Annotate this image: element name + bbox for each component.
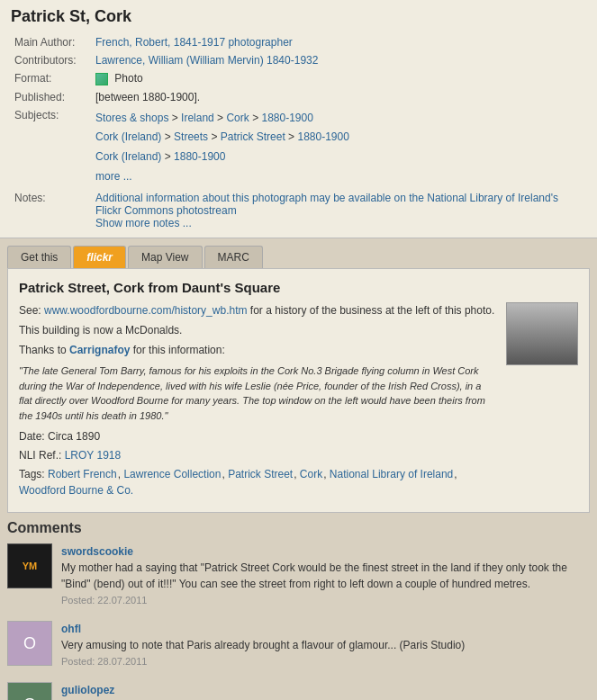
date-value: Circa 1890 [48, 430, 100, 443]
see-label: See: [19, 304, 44, 317]
content-text: See: www.woodfordbourne.com/history_wb.h… [19, 302, 497, 501]
thanks-prefix: Thanks to [19, 344, 69, 356]
italic-block: "The late General Tom Barry, famous for … [19, 363, 497, 423]
comment-date-2: Posted: 28.07.2011 [61, 656, 147, 667]
format-icon [95, 73, 108, 85]
contributors-row: Contributors: Lawrence, William (William… [11, 51, 586, 69]
see-url-link[interactable]: www.woodfordbourne.com/history_wb.htm [44, 304, 247, 317]
comment-text-2: Very amusing to note that Paris already … [61, 639, 465, 651]
comments-section: Comments YM swordscookie My mother had a… [7, 513, 590, 700]
tag-nli[interactable]: National Library of Ireland [330, 468, 453, 480]
avatar-swordscookie: YM [7, 543, 52, 588]
contributors-label: Contributors: [11, 51, 92, 69]
comment-author-1[interactable]: swordscookie [61, 545, 133, 558]
tab-get-this-label: Get this [21, 251, 58, 264]
avatar-ohfl: O [7, 621, 52, 666]
date-label: Date: [19, 430, 45, 443]
subject-cork-link[interactable]: Cork [226, 112, 249, 124]
image-placeholder [507, 302, 577, 365]
tab-marc[interactable]: MARC [204, 246, 263, 268]
comment-author-3[interactable]: guliolopez [61, 684, 114, 696]
carrignafoy-link[interactable]: Carrignafoy [69, 344, 130, 356]
published-label: Published: [11, 88, 92, 106]
avatar-label-2: O [23, 634, 36, 653]
subject-stores-link[interactable]: Stores & shops [95, 112, 168, 124]
subject-1880-1900-2-link[interactable]: 1880-1900 [297, 130, 348, 143]
subject-ireland-link[interactable]: Ireland [181, 112, 214, 124]
tab-map-view-label: Map View [141, 251, 188, 264]
flickr-content-title: Patrick Street, Cork from Daunt's Square [19, 280, 578, 295]
tab-flickr[interactable]: flickr [73, 246, 126, 268]
tag-patrick-street[interactable]: Patrick Street [228, 468, 293, 480]
header-section: Patrick St, Cork Main Author: French, Ro… [0, 0, 597, 238]
tags-label: Tags: [19, 468, 48, 480]
subjects-row: Subjects: Stores & shops > Ireland > Cor… [11, 106, 586, 189]
nli-line: NLI Ref.: LROY 1918 [19, 447, 497, 463]
tab-map-view[interactable]: Map View [128, 246, 202, 268]
page-wrapper: Patrick St, Cork Main Author: French, Ro… [0, 0, 597, 700]
comment-item-2: O ohfl Very amusing to note that Paris a… [7, 621, 590, 669]
main-author-value: French, Robert, 1841-1917 photographer [92, 33, 586, 51]
avatar-label-3: G [23, 696, 36, 700]
see-suffix: for a history of the business at the lef… [247, 304, 494, 317]
notes-label: Notes: [11, 189, 92, 232]
metadata-table: Main Author: French, Robert, 1841-1917 p… [11, 33, 586, 232]
subjects-more-link[interactable]: more ... [95, 170, 132, 183]
page-title: Patrick St, Cork [11, 7, 586, 26]
comment-content-3: guliolopez Another Munster street view w… [61, 682, 590, 700]
main-author-label: Main Author: [11, 33, 92, 51]
comment-item-1: YM swordscookie My mother had a saying t… [7, 543, 590, 608]
comments-title: Comments [7, 520, 590, 536]
subjects-value: Stores & shops > Ireland > Cork > 1880-1… [92, 106, 586, 189]
contributors-link[interactable]: Lawrence, William (William Mervin) 1840-… [95, 54, 318, 67]
avatar-guliolopez: G [7, 682, 52, 700]
show-more-notes-link[interactable]: Show more notes ... [95, 217, 192, 229]
notes-row: Notes: Additional information about this… [11, 189, 586, 232]
format-text: Photo [114, 72, 142, 85]
comment-item-3: G guliolopez Another Munster street view… [7, 682, 590, 700]
tag-lawrence-collection[interactable]: Lawrence Collection [123, 468, 221, 480]
published-value: [between 1880-1900]. [92, 88, 586, 106]
nli-ref-link[interactable]: LROY 1918 [65, 449, 122, 462]
content-body: See: www.woodfordbourne.com/history_wb.h… [19, 302, 578, 501]
tag-woodford-bourne[interactable]: Woodford Bourne & Co. [19, 484, 133, 497]
subject-streets-link[interactable]: Streets [174, 130, 208, 143]
main-author-link[interactable]: French, Robert, 1841-1917 photographer [95, 36, 293, 49]
comment-text-1: My mother had a saying that "Patrick Str… [61, 561, 567, 590]
content-image [506, 302, 578, 365]
thanks-line: Thanks to Carrignafoy for this informati… [19, 342, 497, 358]
comment-content-1: swordscookie My mother had a saying that… [61, 543, 590, 608]
subject-1880-1900-3-link[interactable]: 1880-1900 [174, 150, 225, 163]
tags-line: Tags: Robert French, Lawrence Collection… [19, 466, 497, 498]
main-author-row: Main Author: French, Robert, 1841-1917 p… [11, 33, 586, 51]
subject-cork-ireland-streets-link[interactable]: Cork (Ireland) [95, 130, 161, 143]
tab-marc-label: MARC [218, 251, 249, 264]
format-label: Format: [11, 69, 92, 88]
tab-flickr-label: flickr [86, 251, 113, 264]
avatar-label-1: YM [23, 561, 38, 571]
comment-date-1: Posted: 22.07.2011 [61, 595, 147, 606]
subject-cork-ireland-link[interactable]: Cork (Ireland) [95, 150, 161, 163]
subject-patrick-street-link[interactable]: Patrick Street [221, 130, 285, 143]
published-row: Published: [between 1880-1900]. [11, 88, 586, 106]
format-row: Format: Photo [11, 69, 586, 88]
tag-robert-french[interactable]: Robert French [48, 468, 117, 480]
tag-cork[interactable]: Cork [300, 468, 322, 480]
nli-label: NLI Ref.: [19, 449, 65, 462]
subjects-label: Subjects: [11, 106, 92, 189]
mcdonalds-line: This building is now a McDonalds. [19, 322, 497, 338]
notes-link[interactable]: Additional information about this photog… [95, 192, 558, 217]
contributors-value: Lawrence, William (William Mervin) 1840-… [92, 51, 586, 69]
thanks-suffix: for this information: [130, 344, 224, 356]
tab-get-this[interactable]: Get this [7, 246, 71, 268]
subject-1880-1900-link[interactable]: 1880-1900 [261, 112, 312, 124]
format-value: Photo [92, 69, 586, 88]
comment-author-2[interactable]: ohfl [61, 623, 81, 635]
tabs-section: Get this flickr Map View MARC [0, 238, 597, 268]
comment-content-2: ohfl Very amusing to note that Paris alr… [61, 621, 590, 669]
date-line: Date: Circa 1890 [19, 428, 497, 444]
flickr-content-area: Patrick Street, Cork from Daunt's Square… [7, 268, 590, 513]
see-line: See: www.woodfordbourne.com/history_wb.h… [19, 302, 497, 319]
notes-value: Additional information about this photog… [92, 189, 586, 232]
